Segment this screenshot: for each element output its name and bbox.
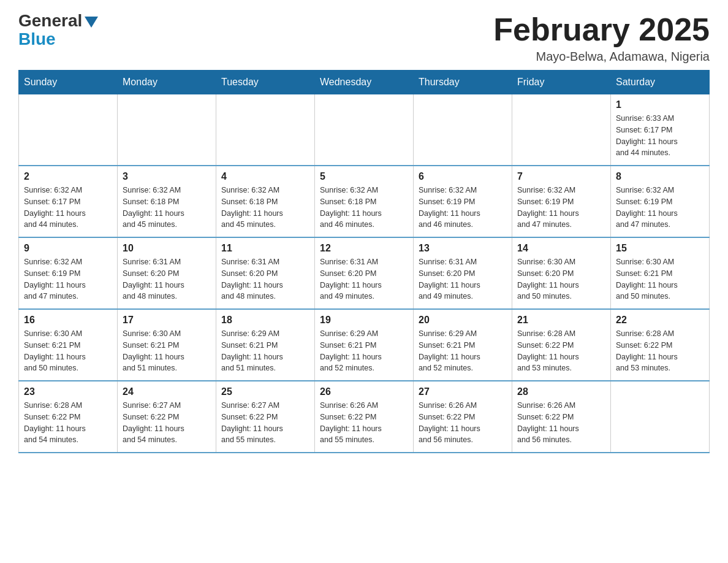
- day-info: Sunrise: 6:26 AMSunset: 6:22 PMDaylight:…: [517, 400, 605, 446]
- day-info: Sunrise: 6:26 AMSunset: 6:22 PMDaylight:…: [320, 400, 408, 446]
- logo: General Blue: [18, 12, 98, 48]
- day-number: 19: [320, 315, 408, 326]
- day-number: 22: [616, 315, 704, 326]
- day-info: Sunrise: 6:29 AMSunset: 6:21 PMDaylight:…: [221, 328, 309, 374]
- day-info: Sunrise: 6:30 AMSunset: 6:21 PMDaylight:…: [616, 256, 704, 302]
- month-title: February 2025: [493, 12, 710, 47]
- day-number: 14: [517, 243, 605, 254]
- table-row: 16Sunrise: 6:30 AMSunset: 6:21 PMDayligh…: [19, 309, 118, 381]
- calendar-week-row: 23Sunrise: 6:28 AMSunset: 6:22 PMDayligh…: [19, 381, 710, 453]
- day-number: 12: [320, 243, 408, 254]
- day-info: Sunrise: 6:28 AMSunset: 6:22 PMDaylight:…: [24, 400, 112, 446]
- table-row: [611, 381, 710, 453]
- day-info: Sunrise: 6:28 AMSunset: 6:22 PMDaylight:…: [616, 328, 704, 374]
- day-info: Sunrise: 6:30 AMSunset: 6:20 PMDaylight:…: [517, 256, 605, 302]
- day-number: 23: [24, 386, 112, 397]
- day-info: Sunrise: 6:30 AMSunset: 6:21 PMDaylight:…: [24, 328, 112, 374]
- day-number: 9: [24, 243, 112, 254]
- day-info: Sunrise: 6:32 AMSunset: 6:19 PMDaylight:…: [616, 185, 704, 231]
- table-row: 12Sunrise: 6:31 AMSunset: 6:20 PMDayligh…: [315, 237, 414, 309]
- table-row: [216, 94, 315, 166]
- calendar-header-row: Sunday Monday Tuesday Wednesday Thursday…: [19, 71, 710, 94]
- day-number: 13: [419, 243, 507, 254]
- day-info: Sunrise: 6:32 AMSunset: 6:18 PMDaylight:…: [221, 185, 309, 231]
- header-sunday: Sunday: [19, 71, 118, 94]
- table-row: [118, 94, 216, 166]
- day-number: 1: [616, 99, 704, 110]
- day-info: Sunrise: 6:30 AMSunset: 6:21 PMDaylight:…: [123, 328, 211, 374]
- table-row: 8Sunrise: 6:32 AMSunset: 6:19 PMDaylight…: [611, 166, 710, 237]
- table-row: 11Sunrise: 6:31 AMSunset: 6:20 PMDayligh…: [216, 237, 315, 309]
- day-info: Sunrise: 6:32 AMSunset: 6:18 PMDaylight:…: [123, 185, 211, 231]
- header-monday: Monday: [118, 71, 216, 94]
- table-row: 24Sunrise: 6:27 AMSunset: 6:22 PMDayligh…: [118, 381, 216, 453]
- day-info: Sunrise: 6:32 AMSunset: 6:18 PMDaylight:…: [320, 185, 408, 231]
- table-row: [19, 94, 118, 166]
- table-row: 7Sunrise: 6:32 AMSunset: 6:19 PMDaylight…: [512, 166, 611, 237]
- header-saturday: Saturday: [611, 71, 710, 94]
- table-row: 6Sunrise: 6:32 AMSunset: 6:19 PMDaylight…: [414, 166, 512, 237]
- table-row: 4Sunrise: 6:32 AMSunset: 6:18 PMDaylight…: [216, 166, 315, 237]
- day-info: Sunrise: 6:31 AMSunset: 6:20 PMDaylight:…: [419, 256, 507, 302]
- day-info: Sunrise: 6:32 AMSunset: 6:19 PMDaylight:…: [419, 185, 507, 231]
- svg-marker-0: [85, 17, 98, 28]
- page-header: General Blue February 2025 Mayo-Belwa, A…: [18, 12, 710, 64]
- table-row: 22Sunrise: 6:28 AMSunset: 6:22 PMDayligh…: [611, 309, 710, 381]
- day-info: Sunrise: 6:28 AMSunset: 6:22 PMDaylight:…: [517, 328, 605, 374]
- day-number: 4: [221, 171, 309, 182]
- table-row: 25Sunrise: 6:27 AMSunset: 6:22 PMDayligh…: [216, 381, 315, 453]
- table-row: 21Sunrise: 6:28 AMSunset: 6:22 PMDayligh…: [512, 309, 611, 381]
- day-number: 2: [24, 171, 112, 182]
- day-info: Sunrise: 6:31 AMSunset: 6:20 PMDaylight:…: [320, 256, 408, 302]
- calendar-week-row: 16Sunrise: 6:30 AMSunset: 6:21 PMDayligh…: [19, 309, 710, 381]
- day-info: Sunrise: 6:27 AMSunset: 6:22 PMDaylight:…: [123, 400, 211, 446]
- table-row: 14Sunrise: 6:30 AMSunset: 6:20 PMDayligh…: [512, 237, 611, 309]
- logo-arrow-icon: [85, 17, 98, 28]
- header-thursday: Thursday: [414, 71, 512, 94]
- table-row: 13Sunrise: 6:31 AMSunset: 6:20 PMDayligh…: [414, 237, 512, 309]
- day-info: Sunrise: 6:32 AMSunset: 6:19 PMDaylight:…: [517, 185, 605, 231]
- day-info: Sunrise: 6:29 AMSunset: 6:21 PMDaylight:…: [419, 328, 507, 374]
- day-number: 8: [616, 171, 704, 182]
- day-number: 10: [123, 243, 211, 254]
- table-row: [315, 94, 414, 166]
- table-row: 18Sunrise: 6:29 AMSunset: 6:21 PMDayligh…: [216, 309, 315, 381]
- table-row: 2Sunrise: 6:32 AMSunset: 6:17 PMDaylight…: [19, 166, 118, 237]
- day-number: 27: [419, 386, 507, 397]
- day-info: Sunrise: 6:26 AMSunset: 6:22 PMDaylight:…: [419, 400, 507, 446]
- table-row: 10Sunrise: 6:31 AMSunset: 6:20 PMDayligh…: [118, 237, 216, 309]
- day-number: 21: [517, 315, 605, 326]
- table-row: 19Sunrise: 6:29 AMSunset: 6:21 PMDayligh…: [315, 309, 414, 381]
- day-number: 7: [517, 171, 605, 182]
- table-row: 1Sunrise: 6:33 AMSunset: 6:17 PMDaylight…: [611, 94, 710, 166]
- day-number: 25: [221, 386, 309, 397]
- table-row: 9Sunrise: 6:32 AMSunset: 6:19 PMDaylight…: [19, 237, 118, 309]
- day-number: 17: [123, 315, 211, 326]
- table-row: 15Sunrise: 6:30 AMSunset: 6:21 PMDayligh…: [611, 237, 710, 309]
- day-number: 24: [123, 386, 211, 397]
- day-info: Sunrise: 6:31 AMSunset: 6:20 PMDaylight:…: [221, 256, 309, 302]
- table-row: [414, 94, 512, 166]
- day-number: 3: [123, 171, 211, 182]
- day-number: 5: [320, 171, 408, 182]
- calendar-table: Sunday Monday Tuesday Wednesday Thursday…: [18, 70, 710, 453]
- day-info: Sunrise: 6:27 AMSunset: 6:22 PMDaylight:…: [221, 400, 309, 446]
- day-number: 16: [24, 315, 112, 326]
- day-info: Sunrise: 6:32 AMSunset: 6:17 PMDaylight:…: [24, 185, 112, 231]
- day-number: 18: [221, 315, 309, 326]
- header-tuesday: Tuesday: [216, 71, 315, 94]
- table-row: 5Sunrise: 6:32 AMSunset: 6:18 PMDaylight…: [315, 166, 414, 237]
- table-row: 3Sunrise: 6:32 AMSunset: 6:18 PMDaylight…: [118, 166, 216, 237]
- table-row: 23Sunrise: 6:28 AMSunset: 6:22 PMDayligh…: [19, 381, 118, 453]
- table-row: [512, 94, 611, 166]
- title-section: February 2025 Mayo-Belwa, Adamawa, Niger…: [493, 12, 710, 64]
- day-number: 11: [221, 243, 309, 254]
- calendar-week-row: 2Sunrise: 6:32 AMSunset: 6:17 PMDaylight…: [19, 166, 710, 237]
- day-number: 6: [419, 171, 507, 182]
- table-row: 17Sunrise: 6:30 AMSunset: 6:21 PMDayligh…: [118, 309, 216, 381]
- logo-general-text: General: [18, 12, 98, 31]
- location-text: Mayo-Belwa, Adamawa, Nigeria: [493, 50, 710, 64]
- day-info: Sunrise: 6:29 AMSunset: 6:21 PMDaylight:…: [320, 328, 408, 374]
- day-number: 20: [419, 315, 507, 326]
- header-wednesday: Wednesday: [315, 71, 414, 94]
